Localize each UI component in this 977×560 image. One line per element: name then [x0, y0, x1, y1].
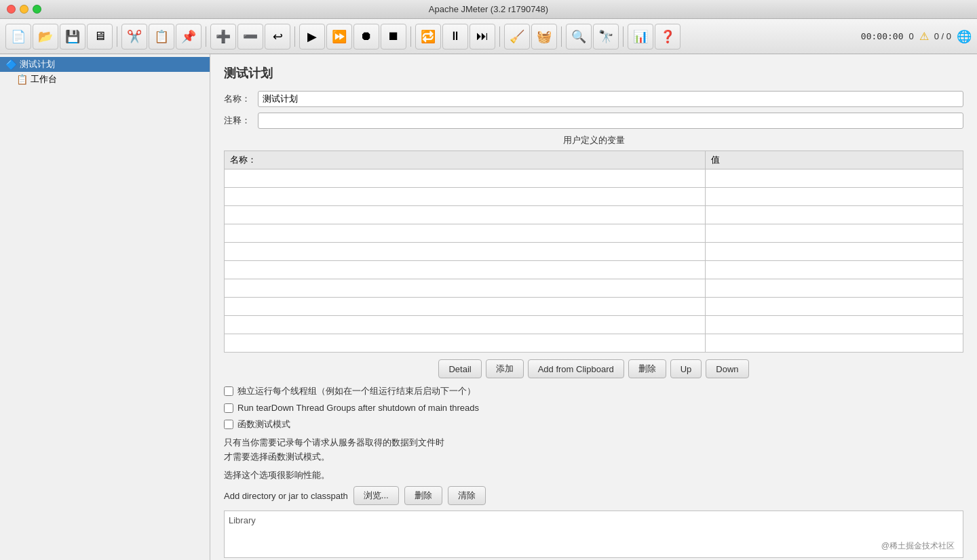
- desc-line2: 才需要选择函数测试模式。: [224, 452, 330, 462]
- sep2: [206, 26, 206, 47]
- toolbar-status: 00:00:00 0 ⚠ 0 / 0 🌐: [861, 29, 972, 44]
- add-from-clipboard-button[interactable]: Add from Clipboard: [528, 359, 624, 378]
- functional-mode-checkbox[interactable]: [224, 420, 233, 429]
- left-panel: 🔷 测试计划 📋 工作台: [0, 54, 210, 560]
- search-btn[interactable]: 🔍: [566, 24, 592, 49]
- globe-icon: 🌐: [957, 29, 972, 44]
- cut-btn[interactable]: ✂️: [121, 24, 147, 49]
- name-input[interactable]: [258, 91, 963, 107]
- sep7: [623, 26, 624, 47]
- table-cell[interactable]: [706, 316, 963, 334]
- table-cell[interactable]: [225, 298, 706, 316]
- desc-block: 只有当你需要记录每个请求从服务器取得的数据到文件时 才需要选择函数测试模式。: [224, 436, 963, 464]
- table-row: [225, 316, 963, 334]
- table-cell[interactable]: [225, 279, 706, 298]
- classpath-row: Add directory or jar to classpath 浏览... …: [224, 486, 963, 505]
- table-row: [225, 243, 963, 261]
- library-label: Library: [229, 515, 256, 525]
- tree-item-test-plan[interactable]: 🔷 测试计划: [0, 57, 210, 72]
- remove-btn[interactable]: ➖: [237, 24, 263, 49]
- table-cell[interactable]: [706, 206, 963, 224]
- save-btn[interactable]: 💾: [60, 24, 85, 49]
- tree-item-workbench[interactable]: 📋 工作台: [0, 72, 210, 87]
- up-button[interactable]: Up: [670, 359, 702, 378]
- open-btn[interactable]: 📂: [33, 24, 58, 49]
- desc-line3: 选择这个选项很影响性能。: [224, 468, 963, 483]
- desc-line1: 只有当你需要记录每个请求从服务器取得的数据到文件时: [224, 437, 444, 447]
- log-btn[interactable]: 📊: [628, 24, 653, 49]
- comment-label: 注释：: [224, 115, 258, 127]
- remote-stop-btn[interactable]: ⏸: [442, 24, 468, 49]
- variables-table-body: [225, 169, 963, 353]
- table-cell[interactable]: [225, 316, 706, 334]
- maximize-window-btn[interactable]: [33, 5, 41, 14]
- main-layout: 🔷 测试计划 📋 工作台 测试计划 名称： 注释： 用户定义的变量 名称： 值: [0, 54, 977, 560]
- delete-button[interactable]: 删除: [628, 359, 666, 378]
- name-row: 名称：: [224, 91, 963, 107]
- panel-title: 测试计划: [224, 65, 963, 81]
- table-cell[interactable]: [706, 224, 963, 243]
- run-all-btn[interactable]: ⏩: [326, 24, 352, 49]
- elapsed-time: 00:00:00: [861, 31, 904, 41]
- table-row: [225, 169, 963, 188]
- table-cell[interactable]: [225, 169, 706, 188]
- table-cell[interactable]: [225, 206, 706, 224]
- copy-btn[interactable]: 📋: [149, 24, 174, 49]
- reset-btn[interactable]: ↩: [265, 24, 290, 49]
- error-count: 0: [908, 31, 913, 41]
- detail-button[interactable]: Detail: [438, 359, 481, 378]
- paste-btn[interactable]: 📌: [176, 24, 202, 49]
- remote-shutdown-btn[interactable]: ⏭: [470, 24, 495, 49]
- table-cell[interactable]: [225, 334, 706, 353]
- new-btn[interactable]: 📄: [5, 24, 31, 49]
- right-panel: 测试计划 名称： 注释： 用户定义的变量 名称： 值: [210, 54, 977, 560]
- library-box[interactable]: Library @稀土掘金技术社区: [224, 511, 963, 558]
- table-cell[interactable]: [706, 279, 963, 298]
- window-title: Apache JMeter (3.2 r1790748): [429, 4, 548, 14]
- browse-button[interactable]: 浏览...: [353, 486, 399, 505]
- table-cell[interactable]: [225, 261, 706, 279]
- workbench-icon: 📋: [16, 74, 28, 85]
- remote-run-btn[interactable]: 🔁: [415, 24, 441, 49]
- table-cell[interactable]: [225, 188, 706, 206]
- col-name-header: 名称：: [225, 151, 706, 169]
- sep5: [499, 26, 500, 47]
- help-btn[interactable]: ❓: [655, 24, 681, 49]
- function-btn[interactable]: 🔭: [593, 24, 619, 49]
- table-cell[interactable]: [706, 243, 963, 261]
- table-row: [225, 224, 963, 243]
- table-cell[interactable]: [706, 261, 963, 279]
- table-action-buttons: Detail 添加 Add from Clipboard 删除 Up Down: [224, 359, 963, 378]
- checkbox-row-3: 函数测试模式: [224, 418, 963, 431]
- minimize-window-btn[interactable]: [20, 5, 28, 14]
- table-cell[interactable]: [706, 334, 963, 353]
- warning-icon: ⚠: [919, 30, 929, 43]
- table-cell[interactable]: [225, 243, 706, 261]
- teardown-checkbox[interactable]: [224, 403, 233, 413]
- test-plan-icon: 🔷: [5, 59, 17, 70]
- table-cell[interactable]: [225, 224, 706, 243]
- table-row: [225, 298, 963, 316]
- stop-btn[interactable]: ⏺: [353, 24, 379, 49]
- clear-all-btn[interactable]: 🧺: [531, 24, 557, 49]
- col-value-header: 值: [706, 151, 963, 169]
- table-cell[interactable]: [706, 169, 963, 188]
- close-window-btn[interactable]: [7, 5, 16, 14]
- classpath-delete-button[interactable]: 删除: [404, 486, 442, 505]
- window-controls: [7, 5, 41, 14]
- add-button[interactable]: 添加: [486, 359, 524, 378]
- comment-row: 注释：: [224, 113, 963, 129]
- classpath-clear-button[interactable]: 清除: [448, 486, 486, 505]
- saveas-btn[interactable]: 🖥: [87, 24, 113, 49]
- run-btn[interactable]: ▶: [299, 24, 325, 49]
- thread-group-checkbox[interactable]: [224, 386, 233, 396]
- title-bar: Apache JMeter (3.2 r1790748): [0, 0, 977, 19]
- table-cell[interactable]: [706, 298, 963, 316]
- shutdown-btn[interactable]: ⏹: [381, 24, 406, 49]
- down-button[interactable]: Down: [706, 359, 748, 378]
- add-btn[interactable]: ➕: [210, 24, 236, 49]
- table-cell[interactable]: [706, 188, 963, 206]
- thread-group-label: 独立运行每个线程组（例如在一个组运行结束后启动下一个）: [237, 385, 476, 397]
- comment-input[interactable]: [258, 113, 963, 129]
- clear-btn[interactable]: 🧹: [504, 24, 530, 49]
